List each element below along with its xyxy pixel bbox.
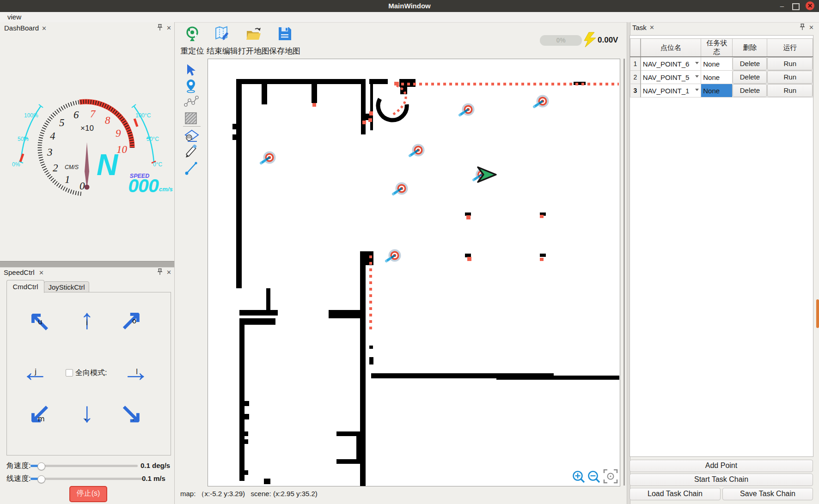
start-task-chain-button[interactable]: Start Task Chain: [630, 474, 813, 486]
move-backward-button[interactable]: ↓ ,: [70, 397, 104, 431]
turn-left-button[interactable]: ← j: [18, 357, 52, 390]
nav-point-marker[interactable]: [460, 103, 475, 116]
dashboard-tab-close-icon[interactable]: ✕: [42, 25, 47, 32]
relocate-button[interactable]: 重定位: [176, 25, 208, 56]
map-coordinates: map: （x:-5.2 y:3.29): [180, 490, 245, 498]
map-wall: [239, 318, 244, 481]
omni-mode-checkbox[interactable]: [66, 369, 73, 376]
task-status-cell[interactable]: None: [701, 57, 733, 71]
arrow-down-right-icon: ↘: [115, 398, 148, 431]
nav-point-marker[interactable]: [410, 144, 425, 157]
maximize-button[interactable]: [792, 3, 800, 10]
focus-robot-button[interactable]: [604, 470, 617, 483]
minimize-button[interactable]: –: [778, 2, 786, 10]
turn-right-button[interactable]: → l: [119, 357, 153, 390]
speedctrl-panel-title[interactable]: SpeedCtrl ✕ ✕: [0, 267, 174, 278]
eraser-icon: [184, 129, 200, 144]
stop-button[interactable]: 停止(s): [69, 486, 107, 502]
save-task-chain-button[interactable]: Save Task Chain: [722, 488, 813, 500]
svg-text:0: 0: [79, 180, 85, 192]
svg-text:0%: 0%: [12, 161, 20, 168]
nav-point-marker[interactable]: [386, 249, 401, 262]
task-table-area: 点位名 任务状态 删除 运行 1 NAV_POINT_6 None Delete…: [630, 35, 813, 457]
delete-button[interactable]: Delete: [733, 71, 767, 84]
tab-joystickctrl[interactable]: JoyStickCtrl: [44, 281, 89, 293]
relocate-icon: [184, 25, 200, 43]
speedctrl-tab-close-icon[interactable]: ✕: [39, 269, 44, 276]
run-button[interactable]: Run: [767, 71, 813, 84]
load-task-chain-button[interactable]: Load Task Chain: [630, 488, 721, 500]
nav-point-tool-button[interactable]: [184, 79, 201, 93]
col-run[interactable]: 运行: [767, 39, 813, 57]
scrollbar-thumb[interactable]: [816, 299, 819, 328]
angular-speed-slider[interactable]: [31, 465, 138, 467]
delete-button[interactable]: Delete: [733, 84, 767, 97]
left-splitter[interactable]: [174, 22, 175, 504]
title-bar[interactable]: MainWindow: [0, 0, 819, 12]
save-map-button[interactable]: 保存地图: [269, 25, 301, 56]
dashboard-close-icon[interactable]: ✕: [166, 24, 171, 31]
move-up-right-button[interactable]: ↗ o: [115, 305, 148, 338]
speedctrl-pin-icon[interactable]: [157, 268, 163, 277]
nav-point-marker[interactable]: [534, 95, 549, 108]
linear-speed-slider[interactable]: [31, 478, 143, 480]
arrow-up-right-icon: ↗: [115, 305, 148, 338]
map-wall: [465, 213, 471, 216]
task-status-cell[interactable]: None: [701, 71, 733, 84]
region-tool-button[interactable]: [184, 112, 201, 127]
map-wall: [264, 479, 270, 484]
map-wall: [356, 436, 361, 459]
nav-point-select[interactable]: NAV_POINT_1: [641, 84, 701, 97]
panel-separator[interactable]: [0, 261, 174, 267]
task-tab-close-icon[interactable]: ✕: [649, 24, 654, 31]
direction-letter: N: [97, 148, 119, 182]
select-tool-button[interactable]: [184, 63, 201, 78]
zoom-in-button[interactable]: [574, 472, 585, 483]
finish-edit-button[interactable]: 结束编辑: [206, 25, 238, 56]
move-forward-button[interactable]: ↑ i: [70, 304, 104, 337]
angular-slider-handle[interactable]: [37, 462, 45, 470]
lidar-scan-dot: [540, 215, 544, 218]
nav-point-select[interactable]: NAV_POINT_5: [641, 71, 701, 84]
table-row: 3 NAV_POINT_1 None Delete Run: [630, 84, 813, 97]
add-point-button[interactable]: Add Point: [630, 460, 813, 472]
map-wall: [239, 310, 278, 316]
delete-button[interactable]: Delete: [733, 57, 767, 70]
menu-view[interactable]: view: [6, 12, 23, 22]
speedctrl-close-icon[interactable]: ✕: [166, 269, 171, 276]
line-tool-button[interactable]: [184, 160, 201, 175]
move-up-left-button[interactable]: ↖ u: [23, 306, 56, 339]
nav-point-marker[interactable]: [393, 182, 408, 195]
run-button[interactable]: Run: [767, 57, 813, 70]
svg-text:8: 8: [105, 115, 110, 126]
map-wall: [244, 439, 248, 444]
eraser-tool-button[interactable]: [184, 129, 201, 144]
col-task-status[interactable]: 任务状态: [701, 39, 733, 57]
run-button[interactable]: Run: [767, 84, 813, 97]
move-down-right-button[interactable]: ↘ .: [115, 398, 148, 431]
nav-point-select[interactable]: NAV_POINT_6: [641, 57, 701, 71]
col-delete[interactable]: 删除: [733, 39, 767, 57]
task-pin-icon[interactable]: [800, 24, 805, 32]
move-down-left-button[interactable]: ↙ m: [23, 398, 56, 431]
map-wall: [239, 79, 365, 84]
lidar-scan-dot: [369, 111, 373, 115]
gauge-multiplier: ×10: [80, 124, 94, 133]
zoom-out-button[interactable]: [589, 472, 600, 483]
arrow-down-icon: ↓: [70, 397, 104, 431]
open-map-button[interactable]: 打开地图: [238, 25, 270, 56]
task-status-cell-selected[interactable]: None: [701, 84, 733, 97]
close-button[interactable]: ✕: [806, 1, 814, 10]
dashboard-pin-icon[interactable]: [157, 24, 163, 32]
tab-cmdctrl[interactable]: CmdCtrl: [6, 280, 44, 293]
nav-point-marker[interactable]: [261, 152, 276, 164]
map-canvas[interactable]: [208, 59, 620, 486]
waypoint-path-tool-button[interactable]: [184, 95, 201, 109]
pencil-tool-button[interactable]: [184, 145, 201, 159]
map-wall: [232, 124, 237, 129]
dashboard-panel-title[interactable]: DashBoard ✕ ✕: [0, 22, 174, 34]
linear-slider-handle[interactable]: [37, 475, 45, 483]
col-point-name[interactable]: 点位名: [641, 39, 701, 57]
task-close-icon[interactable]: ✕: [809, 24, 814, 31]
map-wall: [370, 84, 373, 130]
